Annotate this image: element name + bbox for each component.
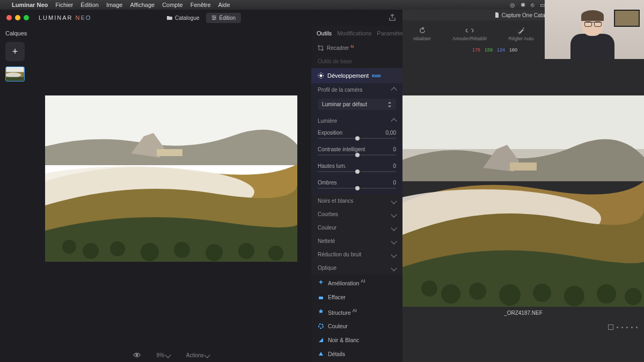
- tab-parametres[interactable]: Paramètres: [377, 30, 402, 36]
- layers-sidebar: Calques +: [0, 26, 31, 362]
- svg-point-7: [469, 283, 486, 300]
- window-controls[interactable]: [6, 15, 29, 20]
- svg-line-40: [319, 77, 319, 78]
- tab-catalogue[interactable]: Catalogue: [162, 13, 205, 23]
- co-auto-button[interactable]: Régler Auto: [509, 26, 534, 41]
- svg-rect-21: [157, 149, 182, 156]
- tool-couleur[interactable]: Couleur: [311, 319, 402, 333]
- slider-highlights[interactable]: Hautes lum.0: [311, 161, 402, 178]
- tool-effacer[interactable]: Effacer: [311, 290, 402, 304]
- co-filename: _ORZ4187.NEF: [402, 307, 644, 319]
- bw-icon: [318, 337, 324, 343]
- sub-color[interactable]: Couleur: [311, 221, 402, 234]
- svg-point-28: [174, 242, 190, 258]
- svg-point-13: [213, 16, 214, 17]
- tool-nb[interactable]: Noir & Blanc: [311, 333, 402, 347]
- svg-rect-42: [319, 297, 323, 299]
- sub-blackwhite[interactable]: Noirs et blancs: [311, 194, 402, 208]
- slider-contrast[interactable]: Contraste intelligent0: [311, 144, 402, 161]
- structure-icon: [318, 308, 324, 315]
- slider-shadows[interactable]: Ombres0: [311, 178, 402, 194]
- webcam-overlay: [545, 0, 644, 59]
- svg-line-39: [323, 77, 323, 78]
- svg-point-6: [441, 284, 460, 304]
- sub-curves[interactable]: Courbes: [311, 208, 402, 221]
- menu-item[interactable]: Compte: [162, 2, 183, 8]
- select-arrows-icon: [387, 102, 392, 107]
- menu-item[interactable]: Affichage: [130, 2, 155, 8]
- details-icon: [318, 351, 324, 357]
- co-undo-redo-button[interactable]: Annuler/Rétablir: [452, 26, 487, 41]
- tool-recadrer[interactable]: Recadrer AI: [311, 41, 402, 55]
- co-preview-image[interactable]: [402, 95, 644, 310]
- luminar-window: LUMINAR NEO Catalogue Édition Calques +: [0, 10, 402, 362]
- svg-point-43: [319, 324, 323, 328]
- tools-tabs: Outils Modifications Paramètres: [311, 26, 402, 41]
- co-color-readout: 176 159 124 160: [472, 47, 517, 53]
- svg-point-30: [238, 243, 254, 259]
- layer-thumbnail[interactable]: [5, 67, 25, 82]
- sub-sharpness[interactable]: Netteté: [311, 234, 402, 248]
- sub-noise[interactable]: Réduction du bruit: [311, 248, 402, 261]
- canvas-image[interactable]: [45, 95, 297, 262]
- tool-details[interactable]: Détails: [311, 347, 402, 361]
- menu-item[interactable]: Édition: [80, 2, 99, 8]
- sub-optics[interactable]: Optique: [311, 261, 402, 275]
- presenter: [561, 8, 609, 59]
- menu-item[interactable]: Image: [106, 2, 123, 8]
- svg-point-15: [213, 19, 214, 20]
- zoom-value[interactable]: 9%: [157, 352, 170, 358]
- menu-item[interactable]: Aide: [218, 2, 230, 8]
- tray-icon[interactable]: ✱: [521, 2, 525, 9]
- eraser-icon: [318, 294, 324, 300]
- luminar-titlebar: LUMINAR NEO Catalogue Édition: [0, 10, 402, 26]
- slider-exposition[interactable]: Exposition0,00: [311, 128, 402, 144]
- svg-point-10: [564, 286, 584, 306]
- co-rating-bar[interactable]: [608, 324, 638, 330]
- share-icon[interactable]: [389, 14, 396, 21]
- tools-base-label: Outils de base: [311, 55, 402, 68]
- section-development[interactable]: Développement RAW: [311, 68, 402, 83]
- sub-camera-profile[interactable]: Profil de la caméra: [311, 83, 402, 97]
- tools-panel: Outils Modifications Paramètres Recadrer…: [311, 26, 402, 362]
- capture-one-window: Capture One Catalog nitialiser Annuler/R…: [402, 10, 644, 362]
- sun-icon: [318, 72, 324, 79]
- folder-icon: [167, 15, 172, 20]
- crop-icon: [318, 45, 324, 51]
- svg-point-32: [136, 354, 138, 356]
- tab-modifications[interactable]: Modifications: [337, 30, 371, 36]
- svg-point-26: [110, 241, 125, 256]
- tool-amelioration[interactable]: Amélioration AI: [311, 275, 402, 290]
- eye-icon[interactable]: [133, 351, 141, 359]
- tray-icon[interactable]: ⎋: [531, 2, 535, 8]
- document-icon: [494, 12, 500, 18]
- sliders-icon: [211, 15, 217, 20]
- layers-title: Calques: [5, 30, 31, 36]
- camera-profile-dropdown[interactable]: Luminar par défaut: [318, 99, 396, 110]
- svg-line-41: [323, 73, 323, 74]
- co-reset-button[interactable]: nitialiser: [413, 26, 431, 41]
- menu-item[interactable]: Fenêtre: [191, 2, 211, 8]
- menu-app-name[interactable]: Luminar Neo: [12, 2, 48, 8]
- canvas-area: 9% Actions: [31, 26, 311, 362]
- svg-point-29: [206, 244, 223, 261]
- readout-r: 176: [472, 47, 480, 53]
- tab-edition[interactable]: Édition: [206, 13, 241, 23]
- menu-item[interactable]: Fichier: [55, 2, 73, 8]
- tray-icon[interactable]: ◎: [510, 2, 515, 9]
- wall-frame: [614, 10, 640, 27]
- tab-outils[interactable]: Outils: [317, 30, 332, 36]
- readout-l: 160: [509, 47, 517, 53]
- svg-line-38: [319, 73, 319, 74]
- sub-light[interactable]: Lumière: [311, 114, 402, 128]
- svg-point-27: [141, 243, 159, 261]
- add-layer-button[interactable]: +: [5, 42, 25, 61]
- svg-point-8: [499, 284, 521, 306]
- svg-rect-2: [510, 162, 537, 171]
- readout-b: 124: [497, 47, 505, 53]
- actions-dropdown[interactable]: Actions: [186, 352, 210, 358]
- canvas-footer: 9% Actions: [31, 351, 311, 359]
- svg-point-12: [625, 288, 642, 305]
- luminar-logo: LUMINAR NEO: [39, 14, 91, 21]
- tool-structure[interactable]: Structure AI: [311, 304, 402, 320]
